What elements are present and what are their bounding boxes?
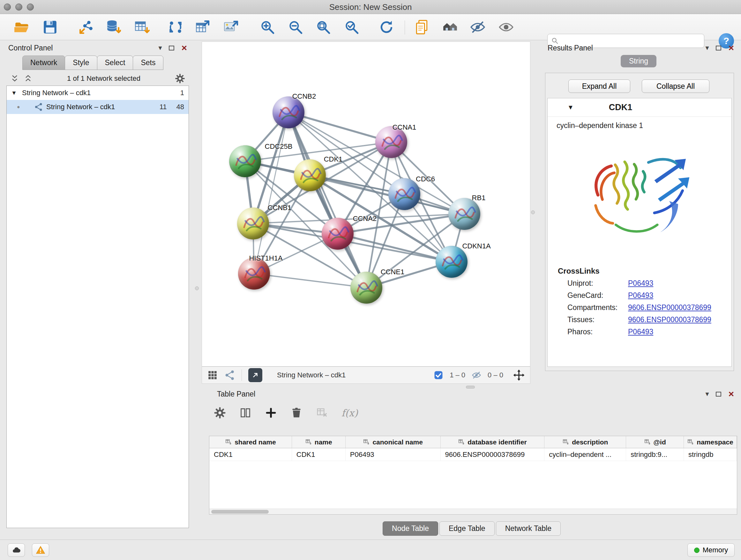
network-node-CCNA2[interactable] (322, 218, 354, 250)
network-view-toolbar: String Network – cdk1 1 – 0 0 – 0 (202, 367, 530, 384)
open-session-button[interactable] (13, 18, 30, 37)
node-label-CCNE1: CCNE1 (381, 268, 405, 276)
tab-network[interactable]: Network (22, 56, 65, 70)
column-header[interactable]: @id (626, 436, 684, 448)
horizontal-scrollbar[interactable] (209, 509, 737, 514)
crosslink-pharos-link[interactable]: P06493 (628, 327, 653, 336)
hidden-eye-slash-icon[interactable] (472, 370, 481, 380)
expand-all-button[interactable]: Expand All (568, 79, 630, 93)
collection-expander-icon[interactable]: ▼ (11, 90, 22, 97)
crosslink-compartments-link[interactable]: 9606.ENSP00000378699 (628, 303, 711, 312)
warnings-button[interactable] (32, 543, 49, 557)
column-header[interactable]: name (292, 436, 346, 448)
network-node-RB1[interactable] (448, 198, 480, 230)
right-splitter-handle[interactable] (531, 210, 535, 214)
network-node-CDC6[interactable] (388, 178, 420, 210)
expand-all-icon[interactable] (23, 74, 32, 83)
zoom-in-button[interactable] (259, 18, 276, 37)
scrollbar-thumb[interactable] (211, 510, 269, 514)
table-options-gear-icon[interactable] (214, 407, 226, 419)
save-session-button[interactable] (41, 18, 59, 37)
network-node-CDKN1A[interactable] (435, 246, 468, 278)
add-column-icon[interactable] (265, 407, 277, 419)
function-builder-button[interactable]: f(x) (341, 408, 358, 419)
import-network-button[interactable] (77, 18, 94, 37)
network-node-CCNB2[interactable] (273, 97, 305, 128)
network-icon[interactable] (224, 370, 235, 381)
panel-menu-icon[interactable]: ▾ (705, 390, 709, 398)
houses-button[interactable] (441, 18, 459, 37)
network-node-CDC25B[interactable] (229, 145, 261, 177)
refresh-network-button[interactable] (378, 18, 395, 37)
node-label-CCNA1: CCNA1 (393, 123, 416, 132)
panel-close-icon[interactable]: × (181, 45, 187, 51)
export-view-button[interactable] (248, 368, 262, 382)
memory-label: Memory (703, 546, 728, 554)
tab-sets[interactable]: Sets (133, 56, 163, 70)
crosslink-uniprot-link[interactable]: P06493 (628, 279, 653, 288)
network-status-dot: ● (17, 104, 26, 110)
delete-column-icon[interactable] (290, 407, 302, 419)
cell-shared-name: CDK1 (209, 448, 292, 461)
crosslink-label: Compartments: (567, 303, 628, 312)
window-title: Session: New Session (0, 2, 741, 12)
network-options-gear-icon[interactable] (175, 73, 185, 84)
import-network-from-database-button[interactable] (104, 18, 122, 37)
hide-selected-button[interactable] (469, 18, 487, 37)
column-header[interactable]: namespace (684, 436, 737, 448)
column-header[interactable]: shared name (209, 436, 292, 448)
collapse-all-button[interactable]: Collapse All (642, 79, 710, 93)
pan-move-icon[interactable] (513, 369, 525, 381)
panel-float-icon[interactable] (716, 392, 721, 396)
documents-button[interactable] (413, 18, 431, 37)
network-node-CCNE1[interactable] (350, 272, 382, 304)
network-node-CDK1[interactable] (294, 159, 326, 191)
panel-menu-icon[interactable]: ▾ (705, 44, 709, 52)
column-header[interactable]: canonical name (346, 436, 441, 448)
zoom-out-button[interactable] (286, 18, 305, 37)
protein-expander-icon[interactable]: ▼ (567, 104, 574, 111)
cell-namespace: stringdb (684, 448, 737, 461)
birds-eye-view-icon[interactable] (207, 370, 218, 381)
left-splitter-handle[interactable] (195, 287, 199, 290)
new-network-from-selection-button[interactable] (166, 18, 185, 37)
panel-close-icon[interactable]: × (728, 45, 734, 51)
show-columns-icon[interactable] (239, 407, 252, 419)
network-node-HIST1H1A[interactable] (238, 258, 270, 290)
panel-menu-icon[interactable]: ▾ (158, 44, 162, 52)
cloud-button[interactable] (8, 543, 25, 557)
column-header[interactable]: database identifier (441, 436, 545, 448)
zoom-fit-button[interactable] (314, 18, 332, 37)
network-canvas[interactable]: CCNB2CCNA1CDC25BCDK1CDC6RB1CCNB1CCNA2CDK… (202, 42, 530, 367)
tab-network-table[interactable]: Network Table (496, 521, 561, 536)
panel-float-icon[interactable] (169, 46, 174, 51)
panel-float-icon[interactable] (716, 46, 721, 51)
network-node-CCNB1[interactable] (237, 207, 269, 240)
show-selected-button[interactable] (497, 18, 515, 37)
crosslink-tissues-link[interactable]: 9606.ENSP00000378699 (628, 315, 711, 324)
collapse-all-icon[interactable] (10, 74, 19, 83)
network-icon (34, 103, 43, 111)
zoom-selected-button[interactable] (343, 18, 360, 37)
column-header[interactable]: description (544, 436, 626, 448)
table-panel: Table Panel ▾ × f(x) shared name name ca… (204, 388, 739, 540)
tab-edge-table[interactable]: Edge Table (440, 521, 495, 536)
node-label-CDC25B: CDC25B (265, 142, 293, 151)
tab-string[interactable]: String (621, 55, 657, 67)
tab-style[interactable]: Style (65, 56, 97, 70)
network-collection-row[interactable]: ▼ String Network – cdk1 1 (7, 86, 189, 100)
crosslink-row: Pharos: P06493 (548, 324, 731, 336)
selected-checkbox-icon[interactable] (434, 370, 443, 380)
column-sort-icon (305, 439, 312, 446)
panel-close-icon[interactable]: × (728, 391, 734, 397)
tab-node-table[interactable]: Node Table (383, 521, 438, 536)
tab-select[interactable]: Select (97, 56, 133, 70)
crosslink-genecard-link[interactable]: P06493 (628, 291, 653, 300)
export-table-button[interactable] (194, 18, 212, 37)
export-image-button[interactable] (222, 18, 240, 37)
network-name: String Network – cdk1 (46, 103, 115, 111)
table-row[interactable]: CDK1 CDK1 P06493 9606.ENSP00000378699 cy… (209, 448, 737, 461)
import-table-button[interactable] (133, 18, 151, 37)
network-row[interactable]: ● String Network – cdk1 11 48 (7, 100, 189, 114)
memory-button[interactable]: Memory (687, 543, 735, 557)
